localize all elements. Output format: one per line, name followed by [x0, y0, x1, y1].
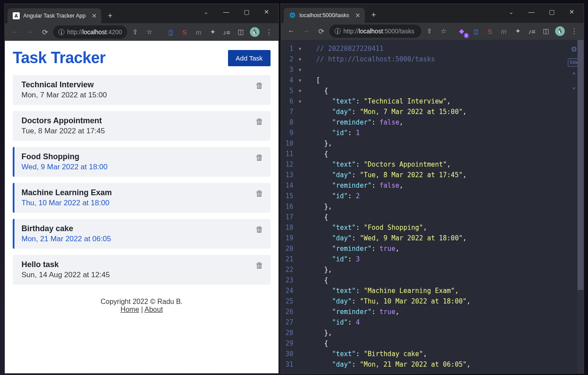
- url-path: :5000/tasks: [383, 28, 414, 35]
- kebab-menu-icon[interactable]: ⋮: [263, 26, 275, 38]
- angular-favicon-icon: A: [13, 12, 20, 19]
- side-panel-icon[interactable]: ◫: [540, 25, 552, 37]
- extension-red-icon[interactable]: S: [484, 25, 496, 37]
- delete-task-trash-icon[interactable]: 🗑: [256, 152, 264, 162]
- extension-purple-icon[interactable]: ◆5: [456, 25, 468, 37]
- tab-title: localhost:5000/tasks: [299, 12, 349, 18]
- kebab-menu-icon[interactable]: ⋮: [568, 25, 580, 37]
- media-control-icon[interactable]: ♪≡: [526, 25, 538, 37]
- task-text: Food Shopping: [21, 152, 107, 161]
- url-port: :4200: [107, 29, 122, 36]
- tab-search-chevron-icon[interactable]: ⌄: [196, 4, 216, 20]
- reload-button[interactable]: ⟳: [38, 25, 51, 39]
- browser-window-right: 🌐 localhost:5000/tasks ✕ + ⌄ — ▢ ✕ ← → ⟳…: [281, 4, 584, 374]
- site-info-icon[interactable]: i: [335, 28, 341, 34]
- json-viewer: 1 2 3 4 5 6 7 8 9 10 11 12 13 14 15 16 1…: [281, 40, 584, 373]
- task-day: Tue, 8 Mar 2022 at 17:45: [21, 127, 105, 136]
- delete-task-trash-icon[interactable]: 🗑: [256, 188, 264, 198]
- footer-about-link[interactable]: About: [145, 306, 163, 313]
- tab-title: Angular Task Tracker App: [23, 13, 86, 19]
- reload-button[interactable]: ⟳: [314, 25, 328, 38]
- footer-copyright: Copyright 2022 © Radu B.: [13, 298, 271, 306]
- url-scheme: http://: [343, 28, 359, 35]
- task-card[interactable]: Technical InterviewMon, 7 Mar 2022 at 15…: [13, 75, 271, 105]
- extensions-puzzle-icon[interactable]: ✦: [207, 26, 219, 38]
- tab-close-icon[interactable]: ✕: [355, 12, 360, 19]
- delete-task-trash-icon[interactable]: 🗑: [256, 224, 264, 234]
- star-icon[interactable]: ☆: [437, 25, 449, 37]
- extension-bitwarden-icon[interactable]: ⍰: [470, 25, 482, 37]
- window-close-button[interactable]: ✕: [562, 4, 582, 20]
- task-card[interactable]: Food ShoppingWed, 9 Mar 2022 at 18:00🗑: [13, 147, 271, 177]
- add-task-button[interactable]: Add Task: [228, 50, 271, 66]
- tab-close-icon[interactable]: ✕: [92, 12, 97, 19]
- extension-red-icon[interactable]: S: [178, 26, 191, 38]
- delete-task-trash-icon[interactable]: 🗑: [256, 260, 264, 270]
- media-control-icon[interactable]: ♪≡: [221, 26, 233, 38]
- task-text: Birthday cake: [21, 224, 111, 233]
- task-list: Technical InterviewMon, 7 Mar 2022 at 15…: [13, 75, 271, 285]
- extensions-puzzle-icon[interactable]: ✦: [512, 25, 524, 37]
- line-number-gutter: 1 2 3 4 5 6 7 8 9 10 11 12 13 14 15 16 1…: [281, 40, 296, 373]
- task-day: Mon, 21 Mar 2022 at 06:05: [21, 235, 111, 243]
- footer-home-link[interactable]: Home: [121, 306, 139, 313]
- json-code[interactable]: // 20220827220411 // http://localhost:50…: [304, 40, 584, 373]
- new-tab-button[interactable]: +: [104, 10, 116, 22]
- tab-search-chevron-icon[interactable]: ⌄: [501, 4, 521, 20]
- task-card[interactable]: Birthday cakeMon, 21 Mar 2022 at 06:05🗑: [13, 219, 271, 249]
- profile-avatar[interactable]: 🐧: [249, 26, 261, 38]
- task-text: Doctors Appointment: [21, 116, 105, 125]
- star-icon[interactable]: ☆: [143, 26, 155, 38]
- window-maximize-button[interactable]: ▢: [236, 4, 257, 20]
- side-panel-icon[interactable]: ◫: [235, 26, 247, 38]
- profile-avatar[interactable]: 🐧: [554, 25, 566, 37]
- fold-gutter: ▾ ▾ ▾ ▾ ▾ ▾: [296, 40, 304, 373]
- delete-task-trash-icon[interactable]: 🗑: [256, 116, 264, 126]
- url-host: localhost: [359, 28, 383, 35]
- task-text: Hello task: [21, 260, 110, 269]
- task-card[interactable]: Hello taskSun, 14 Aug 2022 at 12:45🗑: [13, 255, 271, 285]
- task-day: Wed, 9 Mar 2022 at 18:00: [21, 163, 107, 171]
- browser-window-left: A Angular Task Tracker App ✕ + ⌄ — ▢ ✕ ←…: [4, 4, 279, 374]
- footer-separator: |: [139, 306, 144, 313]
- forward-button[interactable]: →: [299, 25, 313, 38]
- extension-m-icon[interactable]: m: [192, 26, 205, 38]
- collapse-up-icon[interactable]: ˄: [572, 71, 576, 82]
- task-card[interactable]: Machine Learning ExamThu, 10 Mar 2022 at…: [13, 183, 271, 213]
- site-info-icon[interactable]: i: [58, 29, 64, 35]
- window-minimize-button[interactable]: —: [521, 4, 542, 20]
- app-footer: Copyright 2022 © Radu B. Home | About: [13, 298, 271, 314]
- url-scheme: http://: [67, 29, 82, 36]
- tabstrip: 🌐 localhost:5000/tasks ✕ + ⌄ — ▢ ✕: [281, 4, 584, 23]
- new-tab-button[interactable]: +: [367, 9, 380, 21]
- browser-tab-active[interactable]: A Angular Task Tracker App ✕: [7, 8, 101, 23]
- browser-toolbar: ← → ⟳ i http://localhost:5000/tasks ⇪ ☆ …: [281, 23, 584, 40]
- task-card[interactable]: Doctors AppointmentTue, 8 Mar 2022 at 17…: [13, 111, 271, 141]
- back-button[interactable]: ←: [8, 25, 21, 39]
- app-title: Task Tracker: [13, 49, 106, 67]
- browser-tab-active[interactable]: 🌐 localhost:5000/tasks ✕: [284, 8, 365, 23]
- scrollbar-track[interactable]: [577, 40, 584, 373]
- forward-button[interactable]: →: [23, 25, 36, 39]
- extension-badge-count: 5: [464, 33, 469, 38]
- task-text: Technical Interview: [21, 80, 107, 89]
- url-host: localhost: [82, 29, 107, 36]
- window-minimize-button[interactable]: —: [216, 4, 236, 20]
- address-bar[interactable]: i http://localhost:4200: [53, 25, 127, 39]
- task-day: Mon, 7 Mar 2022 at 15:00: [21, 91, 107, 100]
- extension-bitwarden-icon[interactable]: ⍰: [164, 26, 177, 38]
- share-icon[interactable]: ⇪: [423, 25, 435, 37]
- task-day: Sun, 14 Aug 2022 at 12:45: [21, 271, 110, 279]
- browser-toolbar: ← → ⟳ i http://localhost:4200 ⇪ ☆ ⍰ S m …: [5, 23, 278, 41]
- extension-m-icon[interactable]: m: [498, 25, 510, 37]
- expand-down-icon[interactable]: ˅: [572, 86, 576, 96]
- scrollbar-thumb[interactable]: [577, 40, 584, 290]
- gear-icon[interactable]: ⚙: [571, 43, 577, 54]
- window-close-button[interactable]: ✕: [257, 4, 277, 20]
- back-button[interactable]: ←: [285, 25, 298, 38]
- address-bar[interactable]: i http://localhost:5000/tasks: [329, 25, 421, 38]
- delete-task-trash-icon[interactable]: 🗑: [256, 80, 264, 90]
- window-maximize-button[interactable]: ▢: [542, 4, 562, 20]
- tabstrip: A Angular Task Tracker App ✕ + ⌄ — ▢ ✕: [5, 4, 278, 23]
- share-icon[interactable]: ⇪: [129, 26, 141, 38]
